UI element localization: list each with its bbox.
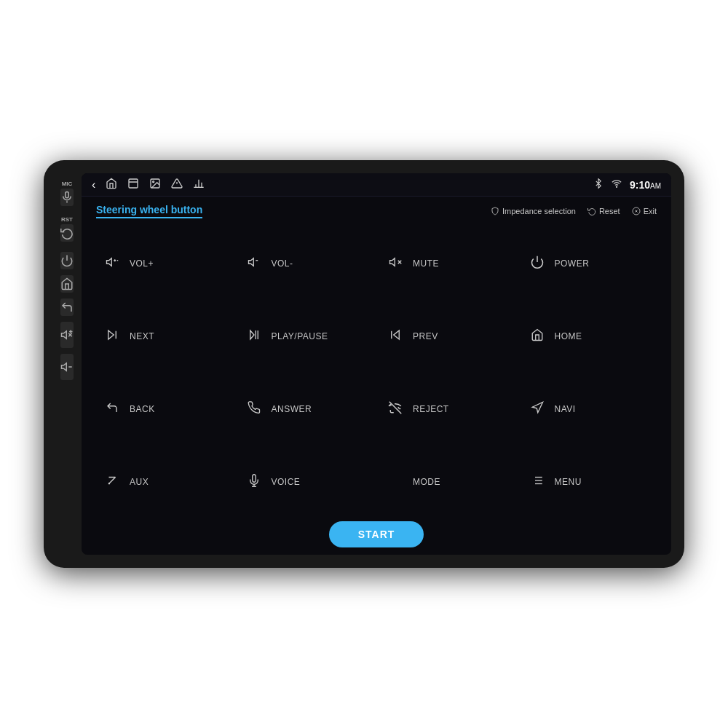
svg-marker-30: [390, 258, 395, 266]
exit-label: Exit: [644, 207, 657, 215]
mic-button[interactable]: [60, 189, 74, 206]
prev-button[interactable]: PREV: [379, 303, 515, 370]
function-button-grid: VOL+ VOL-: [96, 230, 657, 515]
mute-icon: [385, 256, 405, 272]
topbar-right: 9:10AM: [593, 178, 661, 191]
menu-button[interactable]: MENU: [521, 448, 657, 515]
window-icon[interactable]: [127, 178, 139, 191]
vol-plus-icon: [102, 256, 122, 272]
reject-label: REJECT: [413, 404, 449, 414]
screen: ‹: [82, 173, 671, 555]
svg-marker-8: [62, 363, 67, 371]
bluetooth-icon: [593, 178, 604, 191]
aux-button[interactable]: AUX: [96, 448, 232, 515]
vol-minus-button[interactable]: VOL-: [238, 230, 374, 297]
home-icon[interactable]: [106, 178, 117, 191]
impedance-label: Impedance selection: [502, 207, 576, 215]
mode-button[interactable]: MODE: [379, 448, 515, 515]
svg-point-20: [616, 186, 617, 187]
vol-plus-label: VOL+: [130, 258, 154, 269]
svg-marker-36: [250, 331, 253, 339]
vol-plus-button[interactable]: VOL+: [96, 230, 232, 297]
prev-icon: [385, 328, 405, 345]
svg-marker-3: [62, 331, 67, 339]
car-head-unit: MIC RST: [44, 160, 684, 568]
next-button[interactable]: NEXT: [96, 303, 232, 370]
back-side-button[interactable]: [60, 298, 74, 316]
vol-down-side-button[interactable]: [60, 354, 74, 380]
image-icon[interactable]: [149, 178, 161, 191]
vol-minus-icon: [244, 256, 264, 272]
start-button[interactable]: START: [329, 521, 424, 547]
power-side-button[interactable]: [60, 252, 74, 269]
vol-up-side-button[interactable]: [60, 322, 74, 348]
chart-icon[interactable]: [193, 178, 205, 191]
home-icon-btn: [527, 328, 547, 345]
play-pause-icon: [244, 328, 264, 345]
svg-line-43: [109, 477, 116, 483]
back-button[interactable]: BACK: [96, 376, 232, 443]
prev-label: PREV: [413, 331, 438, 341]
aux-label: AUX: [130, 477, 149, 487]
mode-label: MODE: [413, 477, 440, 487]
reject-icon: [385, 401, 405, 418]
voice-icon: [244, 474, 264, 491]
svg-marker-34: [108, 331, 114, 339]
reject-button[interactable]: REJECT: [379, 376, 515, 443]
topbar-left: ‹: [92, 178, 582, 191]
menu-icon: [527, 474, 547, 491]
answer-label: ANSWER: [272, 404, 312, 414]
navi-label: NAVI: [555, 404, 576, 414]
time-display: 9:10AM: [630, 179, 661, 191]
home-button[interactable]: HOME: [521, 303, 657, 370]
impedance-selection-button[interactable]: Impedance selection: [491, 207, 576, 215]
svg-point-13: [153, 181, 154, 183]
svg-marker-28: [248, 258, 253, 266]
power-button[interactable]: POWER: [521, 230, 657, 297]
exit-button[interactable]: Exit: [632, 207, 657, 215]
svg-rect-0: [66, 192, 69, 198]
rst-button[interactable]: [60, 224, 74, 242]
home-side-button[interactable]: [60, 275, 74, 293]
side-buttons: MIC RST: [57, 173, 77, 555]
menu-label: MENU: [555, 477, 582, 487]
reset-label: Reset: [599, 207, 620, 215]
back-button[interactable]: ‹: [92, 178, 95, 191]
back-label: BACK: [130, 404, 155, 414]
next-icon: [102, 328, 122, 345]
voice-label: VOICE: [272, 477, 301, 487]
topbar: ‹: [82, 173, 671, 197]
next-label: NEXT: [130, 331, 154, 341]
warning-icon[interactable]: [171, 178, 183, 191]
content-area: Steering wheel button Impedance selectio…: [82, 197, 671, 555]
play-pause-label: PLAY/PAUSE: [272, 331, 328, 341]
svg-marker-24: [107, 258, 112, 266]
rst-label: RST: [61, 216, 73, 223]
play-pause-button[interactable]: PLAY/PAUSE: [238, 303, 374, 370]
vol-minus-label: VOL-: [272, 258, 293, 269]
back-icon: [102, 401, 122, 418]
navi-icon: [527, 401, 547, 418]
reset-button[interactable]: Reset: [587, 207, 620, 215]
navi-button[interactable]: NAVI: [521, 376, 657, 443]
content-header: Steering wheel button Impedance selectio…: [96, 204, 657, 218]
power-label: POWER: [555, 258, 590, 269]
header-actions: Impedance selection Reset: [491, 207, 657, 215]
answer-button[interactable]: ANSWER: [238, 376, 374, 443]
home-label: HOME: [555, 331, 582, 341]
start-row: START: [96, 515, 657, 550]
aux-icon: [102, 474, 122, 491]
power-icon: [527, 255, 547, 273]
mute-button[interactable]: MUTE: [379, 230, 515, 297]
page-title: Steering wheel button: [96, 204, 202, 218]
voice-button[interactable]: VOICE: [238, 448, 374, 515]
answer-icon: [244, 401, 264, 418]
svg-marker-39: [394, 331, 400, 339]
mute-label: MUTE: [413, 258, 439, 269]
svg-rect-10: [129, 179, 138, 188]
svg-marker-42: [532, 402, 542, 412]
mic-label: MIC: [62, 181, 73, 187]
wifi-icon: [611, 178, 622, 191]
